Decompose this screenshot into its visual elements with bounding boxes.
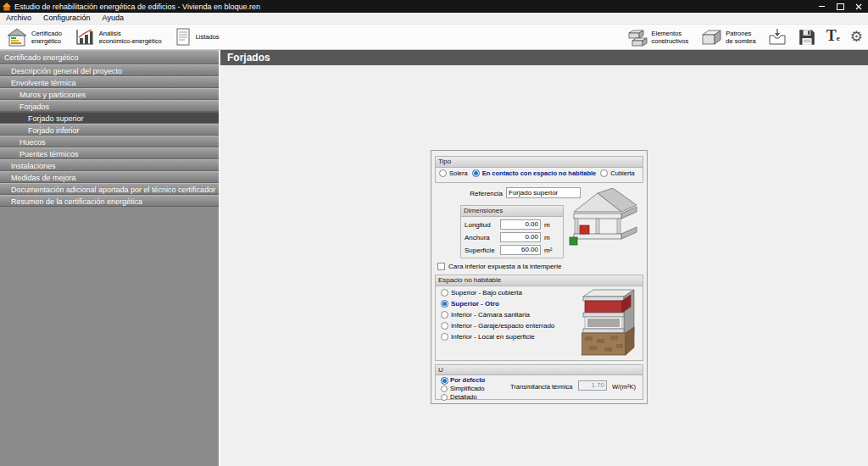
forjado-superior-illustration <box>567 188 645 256</box>
sidebar-item-huecos[interactable]: Huecos <box>0 136 219 147</box>
radio-simplificado[interactable]: Simplificado <box>441 385 484 392</box>
intemperie-checkbox[interactable] <box>437 263 445 270</box>
sidebar-tree: Certificado energético Descripción gener… <box>0 50 219 466</box>
elementos-label: Elementos constructivos <box>652 30 689 45</box>
fonts-button[interactable]: Te <box>821 26 845 48</box>
radio-cubierta[interactable]: Cubierta <box>600 169 634 177</box>
certificado-label: Certificado energético <box>31 30 62 45</box>
espacio-no-habitable-group: Espacio no habitable Superior - Bajo cub… <box>435 275 643 361</box>
sidebar-item-envolvente-termica[interactable]: Envolvente térmica <box>0 76 219 88</box>
analisis-label: Análisis económico-energético <box>99 30 162 45</box>
maximize-icon <box>837 3 844 10</box>
radio-inferior-local[interactable]: Inferior - Local en superficie <box>441 333 535 341</box>
certificado-energetico-button[interactable]: Certificado energético <box>0 26 68 48</box>
transmitancia-input: 1.70 <box>578 380 607 391</box>
settings-button[interactable]: ⚙ <box>845 26 868 48</box>
tipo-options: Solera En contacto con espacio no habita… <box>439 169 643 177</box>
intemperie-row: Cara inferior expuesta a la intemperie <box>437 263 561 270</box>
dimensiones-group-title: Dimensiones <box>461 206 563 217</box>
referencia-label: Referencia <box>447 190 503 197</box>
sidebar-item-forjado-inferior[interactable]: Forjado inferior <box>0 124 219 136</box>
sidebar-item-forjado-superior[interactable]: Forjado superior <box>0 112 219 124</box>
analisis-economico-button[interactable]: Análisis económico-energético <box>68 26 168 48</box>
patrones-sombra-button[interactable]: Patrones de sombra <box>694 26 761 48</box>
menu-configuracion[interactable]: Configuración <box>37 13 97 24</box>
longitud-unit: m <box>544 221 550 229</box>
anchura-label: Anchura <box>465 234 490 241</box>
close-icon <box>855 3 862 10</box>
minimize-icon <box>819 6 825 7</box>
elementos-constructivos-button[interactable]: Elementos constructivos <box>620 26 695 48</box>
app-icon <box>3 3 11 11</box>
longitud-input[interactable]: 0.00 <box>500 219 541 230</box>
open-file-icon <box>767 27 787 47</box>
sidebar-item-documentacion-adicional[interactable]: Documentación adicional aportada por el … <box>0 183 219 195</box>
close-button[interactable] <box>849 0 868 13</box>
sidebar-item-muros-particiones[interactable]: Muros y particiones <box>0 88 219 100</box>
radio-detallado[interactable]: Detallado <box>441 393 477 401</box>
transmitancia-unit: W/(m²K) <box>612 383 636 391</box>
intemperie-label: Cara inferior expuesta a la intemperie <box>448 263 561 270</box>
sidebar-item-resumen-certificacion[interactable]: Resumen de la certificación energética <box>0 195 219 207</box>
save-floppy-icon <box>798 28 816 47</box>
anchura-input[interactable]: 0.00 <box>500 232 541 242</box>
radio-inferior-camara-sanitaria-icon <box>441 311 448 319</box>
maximize-button[interactable] <box>831 0 849 13</box>
transmitancia-label: Transmitancia térmica <box>510 383 573 391</box>
menu-bar: Archivo Configuración Ayuda <box>0 13 868 25</box>
longitud-label: Longitud <box>465 221 491 229</box>
radio-solera-icon <box>439 169 447 177</box>
listados-button[interactable]: Listados <box>168 26 225 48</box>
radio-cubierta-icon <box>600 169 608 177</box>
radio-inferior-camara-sanitaria[interactable]: Inferior - Cámara sanitaria <box>441 311 530 319</box>
shadow-box-icon <box>700 27 722 47</box>
superficie-unit: m² <box>544 247 552 254</box>
gear-icon: ⚙ <box>850 29 863 46</box>
radio-por-defecto[interactable]: Por defecto <box>441 376 485 384</box>
patrones-label: Patrones de sombra <box>726 30 755 45</box>
energy-certificate-house-icon <box>6 27 28 47</box>
listados-label: Listados <box>196 33 220 41</box>
construction-blocks-icon <box>626 27 648 47</box>
sidebar-item-forjados[interactable]: Forjados <box>0 100 219 112</box>
window-title: Estudio de rehabilitación energética de … <box>14 3 812 11</box>
radio-superior-otro-icon <box>441 300 448 308</box>
anchura-unit: m <box>544 234 550 241</box>
tipo-group-title: Tipo <box>436 157 643 168</box>
tipo-group: Tipo Solera En contacto con espacio no h… <box>435 156 643 183</box>
menu-archivo[interactable]: Archivo <box>0 13 37 24</box>
radio-inferior-garaje[interactable]: Inferior - Garaje/espacio enterrado <box>441 322 554 330</box>
sidebar-item-medidas-mejora[interactable]: Medidas de mejora <box>0 171 219 183</box>
sidebar-item-puentes-termicos[interactable]: Puentes térmicos <box>0 147 219 159</box>
u-group: U Por defecto Simplificado Detallado Tra… <box>435 364 643 400</box>
title-bar: Estudio de rehabilitación energética de … <box>0 0 868 13</box>
minimize-button[interactable] <box>812 0 831 13</box>
open-file-button[interactable] <box>762 26 793 48</box>
radio-superior-bajo-cubierta-icon <box>441 289 448 297</box>
main-content: Forjados Tipo Solera En contacto con esp… <box>219 50 868 466</box>
page-title: Forjados <box>220 50 868 65</box>
radio-espacio-no-habitable[interactable]: En contacto con espacio no habitable <box>472 169 597 177</box>
sidebar-item-descripcion-general[interactable]: Descripción general del proyecto <box>0 64 219 76</box>
sidebar-item-certificado-energetico[interactable]: Certificado energético <box>0 50 219 64</box>
forjado-form-panel: Tipo Solera En contacto con espacio no h… <box>431 150 648 404</box>
superficie-label: Superficie <box>465 247 495 254</box>
fonts-icon: Te <box>826 27 840 47</box>
toolbar: Certificado energético Análisis económic… <box>0 25 868 50</box>
dimensiones-group: Dimensiones Longitud 0.00 m Anchura 0.00… <box>460 205 564 258</box>
save-button[interactable] <box>793 26 821 48</box>
radio-superior-bajo-cubierta[interactable]: Superior - Bajo cubierta <box>441 289 522 297</box>
radio-inferior-garaje-icon <box>441 322 448 330</box>
u-group-title: U <box>436 365 643 375</box>
radio-superior-otro[interactable]: Superior - Otro <box>441 300 499 308</box>
radio-espacio-no-habitable-icon <box>472 169 480 177</box>
menu-ayuda[interactable]: Ayuda <box>97 13 130 24</box>
radio-solera[interactable]: Solera <box>439 169 468 177</box>
sidebar-item-instalaciones[interactable]: Instalaciones <box>0 159 219 171</box>
radio-detallado-icon <box>441 394 448 401</box>
espacio-group-title: Espacio no habitable <box>436 275 643 286</box>
superficie-input[interactable]: 60.00 <box>500 245 541 255</box>
bar-chart-icon <box>74 27 96 47</box>
radio-inferior-local-icon <box>441 333 448 341</box>
radio-por-defecto-icon <box>441 377 448 384</box>
